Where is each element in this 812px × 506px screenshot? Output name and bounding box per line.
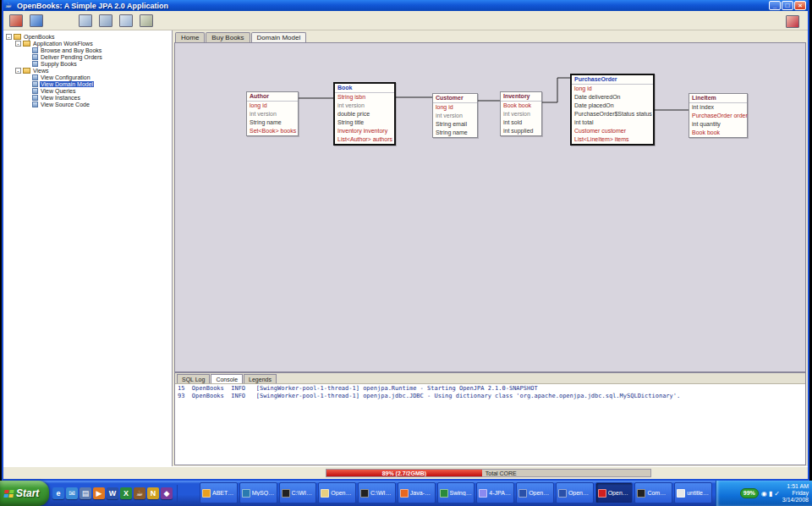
- tree-item-view-instances[interactable]: View Instances: [3, 94, 172, 101]
- tree-item-openbooks[interactable]: -OpenBooks: [3, 33, 172, 40]
- entity-field: int version: [335, 102, 394, 110]
- taskbar-button-swing-j[interactable]: Swing-J...: [437, 482, 475, 503]
- minimize-button[interactable]: _: [769, 1, 781, 10]
- title-bar[interactable]: ☕ OpenBooks: A Simple JPA 2.0 Applicatio…: [3, 0, 808, 11]
- tree-item-browse-and-buy-books[interactable]: Browse and Buy Books: [3, 47, 172, 53]
- taskbar-button-untitled-p[interactable]: untitled - P...: [674, 482, 712, 503]
- window-icon: [440, 489, 448, 498]
- taskbar-button-openteso[interactable]: OpenTeso...: [516, 482, 554, 503]
- tree-item-view-configuration[interactable]: View Configuration: [3, 74, 172, 80]
- monitor-view-button[interactable]: [27, 12, 46, 30]
- entity-book[interactable]: BookString isbnint versiondouble priceSt…: [333, 82, 396, 146]
- entity-field: long id: [247, 102, 298, 110]
- entity-inventory[interactable]: InventoryBook bookint versionint soldint…: [500, 91, 542, 136]
- tree-item-label: OpenBooks: [23, 34, 56, 40]
- tray-volume-icon[interactable]: ▮: [769, 490, 772, 498]
- entity-field: int supplied: [501, 127, 541, 135]
- quick-launch-bar: e✉▤▶WX☕N◆: [52, 481, 180, 506]
- taskbar-button-label: Command...: [647, 490, 670, 496]
- entity-field: List<LineItem> items: [572, 135, 653, 144]
- window-icon: [637, 489, 645, 498]
- taskbar-button-abet-netw[interactable]: ABET Netw...: [200, 482, 238, 503]
- main-area: HomeBuy BooksDomain Model Authorlong idi…: [173, 30, 808, 467]
- user-icon: [786, 15, 799, 28]
- taskbar-button-openbooks[interactable]: OpenBooks: [595, 482, 634, 503]
- tree-expand-icon[interactable]: -: [6, 34, 12, 40]
- taskbar-button-command[interactable]: Command...: [634, 482, 672, 503]
- tray-icons: ◉▮✓: [761, 490, 780, 498]
- taskbar-button-label: OpenBooks: [608, 490, 631, 496]
- clock[interactable]: 1:51 AMFriday3/14/2008: [782, 483, 809, 503]
- taskbar-button-c-windo[interactable]: C:\WINDO...: [358, 482, 396, 503]
- quick-launch-icon-4[interactable]: ▶: [93, 487, 105, 499]
- quick-launch-icon-8[interactable]: N: [147, 487, 159, 499]
- entity-lineitem[interactable]: LineItemint indexPurchaseOrder orderint …: [689, 93, 748, 138]
- start-button[interactable]: Start: [0, 481, 49, 506]
- tree-item-view-queries[interactable]: View Queries: [3, 87, 172, 94]
- entity-field: Date deliveredOn: [572, 93, 653, 102]
- start-button-label: Start: [16, 487, 39, 499]
- tree-expand-icon[interactable]: -: [15, 68, 21, 74]
- taskbar-button-label: ABET Netw...: [212, 490, 235, 496]
- taskbar-button-java-ope[interactable]: Java-ope...: [398, 482, 436, 503]
- tree-item-deliver-pending-orders[interactable]: Deliver Pending Orders: [3, 53, 172, 60]
- view-thumbnail-4-button[interactable]: [137, 12, 156, 30]
- window-icon: [202, 489, 211, 498]
- quick-launch-icon-6[interactable]: X: [120, 487, 132, 499]
- entity-author[interactable]: Authorlong idint versionString nameSet<B…: [246, 91, 299, 136]
- tree-expand-icon[interactable]: -: [15, 41, 21, 47]
- maximize-button[interactable]: □: [782, 1, 793, 10]
- tree-item-application-workflows[interactable]: -Application WorkFlows: [3, 40, 172, 47]
- entity-field: Date placedOn: [572, 102, 653, 110]
- tree-item-view-source-code[interactable]: View Source Code: [3, 101, 172, 107]
- battery-badge[interactable]: 99%: [740, 488, 759, 498]
- quick-launch-icon-3[interactable]: ▤: [80, 487, 91, 499]
- tab-domain-model[interactable]: Domain Model: [251, 32, 307, 42]
- entity-field: int version: [501, 110, 541, 118]
- tree-line: [25, 84, 32, 85]
- log-tab-sql-log[interactable]: SQL Log: [177, 374, 210, 383]
- taskbar-button-label: OpenJPA-2...: [331, 490, 354, 496]
- user-button[interactable]: [783, 13, 802, 30]
- entity-field: int total: [572, 118, 653, 127]
- exit-app-button[interactable]: [7, 12, 25, 30]
- tab-buy-books[interactable]: Buy Books: [206, 32, 250, 42]
- tree-line: [25, 50, 32, 51]
- monitor-view-icon: [30, 14, 43, 27]
- entity-header: Author: [247, 92, 298, 102]
- log-tab-legends[interactable]: Legends: [244, 374, 277, 383]
- quick-launch-icon-2[interactable]: ✉: [66, 487, 78, 499]
- view-thumbnail-1-button[interactable]: [76, 12, 95, 30]
- view-thumbnail-1-icon: [79, 14, 92, 27]
- tab-home[interactable]: Home: [175, 32, 205, 42]
- close-button[interactable]: ×: [794, 1, 806, 10]
- entity-customer[interactable]: Customerlong idint versionString emailSt…: [432, 93, 478, 138]
- taskbar-button-4-jpa-in-l[interactable]: 4-JPA-in-L...: [476, 482, 514, 503]
- entity-field: Book book: [501, 102, 541, 110]
- tree-item-label: Supply Books: [40, 61, 78, 67]
- tree-item-view-domain-model[interactable]: View Domain Model: [3, 80, 172, 87]
- taskbar-button-label: untitled - P...: [687, 490, 710, 496]
- view-thumbnail-3-button[interactable]: [117, 12, 135, 30]
- entity-purchaseorder[interactable]: PurchaseOrderlong idDate deliveredOnDate…: [570, 74, 655, 146]
- tray-status-icon[interactable]: ✓: [774, 490, 780, 498]
- window-icon: [242, 489, 250, 498]
- view-thumbnail-2-button[interactable]: [96, 12, 115, 30]
- taskbar-button-openteso[interactable]: OpenTeso...: [556, 482, 594, 503]
- taskbar-button-openjpa-2[interactable]: OpenJPA-2...: [318, 482, 356, 503]
- tree-item-views[interactable]: -Views: [3, 67, 172, 74]
- taskbar-button-mysql-se[interactable]: MySQL Se...: [239, 482, 277, 503]
- tray-network-icon[interactable]: ◉: [761, 490, 767, 498]
- window-title: OpenBooks: A Simple JPA 2.0 Application: [17, 2, 768, 10]
- quick-launch-icon-9[interactable]: ◆: [161, 487, 173, 499]
- tree-item-supply-books[interactable]: Supply Books: [3, 60, 172, 67]
- quick-launch-icon-5[interactable]: W: [107, 487, 118, 499]
- log-tab-console[interactable]: Console: [211, 374, 243, 383]
- tree-line: [25, 57, 32, 58]
- quick-launch-icon-1[interactable]: e: [52, 487, 64, 499]
- app-window: ☕ OpenBooks: A Simple JPA 2.0 Applicatio…: [2, 0, 809, 481]
- taskbar-button-label: C:\WINDO...: [292, 490, 315, 496]
- taskbar-button-c-windo[interactable]: C:\WINDO...: [279, 482, 317, 503]
- quick-launch-icon-7[interactable]: ☕: [134, 487, 145, 499]
- entity-field: int quantity: [689, 120, 747, 129]
